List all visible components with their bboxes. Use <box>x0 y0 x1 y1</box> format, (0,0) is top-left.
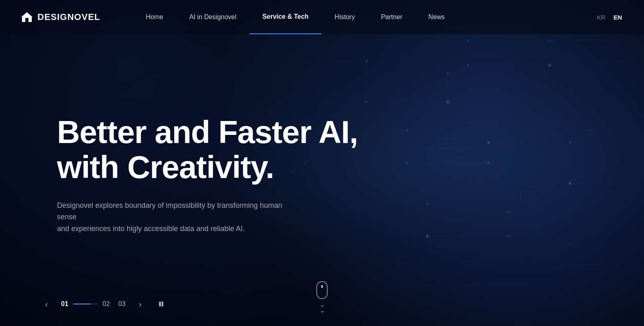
lang-kr-button[interactable]: KR <box>594 12 608 22</box>
hero-content: Better and Faster AI, with Creativity. D… <box>57 115 358 235</box>
logo-text: DESIGNOVEL <box>37 12 100 22</box>
svg-rect-76 <box>159 302 161 306</box>
nav-item-ai[interactable]: AI in Designovel <box>176 0 250 34</box>
slide-progress <box>73 304 98 304</box>
slider-numbers: 01 02 03 <box>59 300 128 308</box>
nav-item-service-tech[interactable]: Service & Tech <box>250 0 322 34</box>
nav-item-news[interactable]: News <box>415 0 458 34</box>
slide-1-button[interactable]: 01 <box>59 300 71 308</box>
svg-rect-77 <box>162 302 163 306</box>
mouse-wheel <box>321 285 323 288</box>
hero-section: DESIGNOVEL Home AI in Designovel Service… <box>0 0 644 326</box>
scroll-indicator[interactable]: ⌄ ⌄ <box>316 281 328 314</box>
logo-icon <box>20 10 34 24</box>
navbar: DESIGNOVEL Home AI in Designovel Service… <box>0 0 644 34</box>
hero-title-line1: Better and Faster AI, <box>57 114 358 150</box>
slider-controls: ‹ 01 02 03 › <box>41 298 167 310</box>
logo[interactable]: DESIGNOVEL <box>20 10 100 24</box>
nav-item-home[interactable]: Home <box>133 0 176 34</box>
slide-progress-fill <box>73 304 90 304</box>
hero-title-line2: with Creativity. <box>57 149 274 185</box>
slide-3-button[interactable]: 03 <box>116 300 128 308</box>
lang-switcher: KR EN <box>594 12 624 22</box>
mouse-icon <box>316 281 328 299</box>
nav-item-history[interactable]: History <box>322 0 368 34</box>
lang-en-button[interactable]: EN <box>611 12 624 22</box>
scroll-chevron-icon-2: ⌄ <box>320 307 325 314</box>
svg-marker-74 <box>21 12 33 17</box>
nav-links: Home AI in Designovel Service & Tech His… <box>133 0 594 34</box>
pause-button[interactable] <box>156 298 167 310</box>
slider-next-button[interactable]: › <box>134 298 146 310</box>
slider-prev-button[interactable]: ‹ <box>41 298 52 310</box>
nav-item-partner[interactable]: Partner <box>368 0 415 34</box>
hero-subtitle: Designovel explores boundary of impossib… <box>57 200 285 235</box>
svg-rect-75 <box>25 18 28 22</box>
hero-title: Better and Faster AI, with Creativity. <box>57 115 358 185</box>
slide-2-button[interactable]: 02 <box>100 300 112 308</box>
